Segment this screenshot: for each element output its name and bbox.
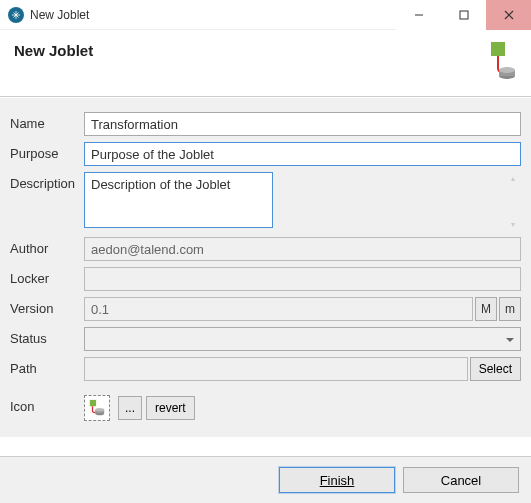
icon-revert-button[interactable]: revert	[146, 396, 195, 420]
close-button[interactable]	[486, 0, 531, 30]
version-label: Version	[10, 297, 84, 316]
version-minor-button[interactable]: m	[499, 297, 521, 321]
svg-rect-9	[90, 400, 96, 406]
dialog-footer: Finish Cancel	[0, 456, 531, 503]
page-title: New Joblet	[14, 42, 93, 59]
status-select[interactable]	[84, 327, 521, 351]
status-label: Status	[10, 327, 84, 346]
path-input	[84, 357, 468, 381]
cancel-button[interactable]: Cancel	[403, 467, 519, 493]
joblet-logo-icon	[469, 42, 517, 82]
author-input	[84, 237, 521, 261]
author-label: Author	[10, 237, 84, 256]
path-label: Path	[10, 357, 84, 376]
maximize-button[interactable]	[441, 0, 486, 30]
locker-label: Locker	[10, 267, 84, 286]
finish-button-label: Finish	[320, 473, 355, 488]
locker-input	[84, 267, 521, 291]
titlebar: New Joblet	[0, 0, 531, 30]
dialog-header: New Joblet	[0, 30, 531, 97]
svg-point-12	[95, 408, 104, 412]
purpose-label: Purpose	[10, 142, 84, 161]
icon-preview	[84, 395, 110, 421]
version-input	[84, 297, 473, 321]
purpose-input[interactable]	[84, 142, 521, 166]
description-label: Description	[10, 172, 84, 191]
svg-rect-5	[491, 42, 505, 56]
form-area: Name Purpose Description ▴▾ Author Locke…	[0, 97, 531, 437]
name-label: Name	[10, 112, 84, 131]
svg-rect-2	[460, 11, 468, 19]
minimize-button[interactable]	[396, 0, 441, 30]
scrollbar[interactable]: ▴▾	[507, 174, 519, 229]
path-select-button[interactable]: Select	[470, 357, 521, 381]
version-major-button[interactable]: M	[475, 297, 497, 321]
window-title: New Joblet	[30, 8, 396, 22]
name-input[interactable]	[84, 112, 521, 136]
finish-button[interactable]: Finish	[279, 467, 395, 493]
icon-browse-button[interactable]: ...	[118, 396, 142, 420]
icon-label: Icon	[10, 395, 84, 414]
app-icon	[8, 7, 24, 23]
svg-point-8	[499, 67, 515, 73]
description-input[interactable]	[84, 172, 273, 228]
